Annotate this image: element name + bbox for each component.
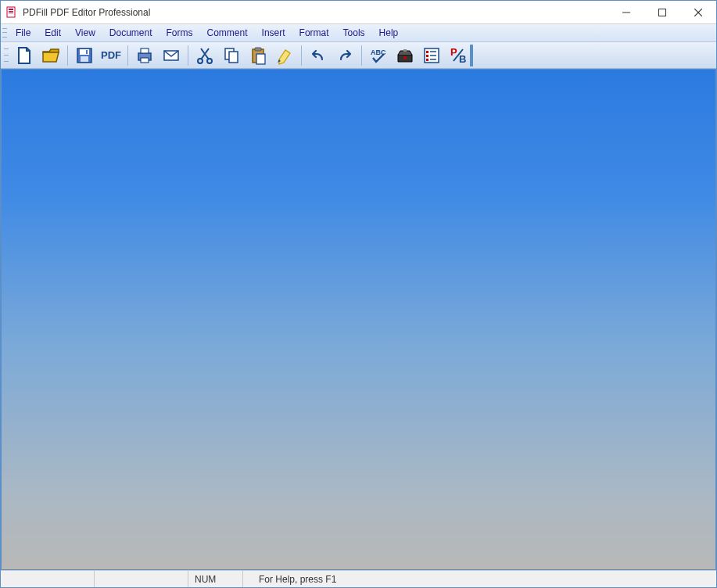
maximize-button[interactable]: [644, 1, 680, 23]
open-file-button[interactable]: [38, 44, 64, 67]
window-title: PDFill PDF Editor Professional: [23, 7, 608, 18]
svg-rect-0: [7, 7, 15, 17]
svg-text:B: B: [459, 53, 466, 65]
toolbar-separator: [127, 45, 128, 66]
new-file-button[interactable]: [11, 44, 38, 67]
window-controls: [608, 1, 716, 23]
pdf-label: PDF: [98, 49, 124, 61]
menu-forms[interactable]: Forms: [160, 26, 200, 40]
menubar-grip: [2, 27, 7, 39]
menu-help[interactable]: Help: [372, 26, 406, 40]
menubar: File Edit View Document Forms Comment In…: [1, 24, 716, 42]
svg-rect-21: [255, 48, 261, 51]
status-help: For Help, press F1: [243, 571, 716, 587]
redo-button[interactable]: [332, 44, 358, 67]
toolbar-end-grip: [470, 45, 473, 66]
status-cell-1: [1, 571, 95, 587]
email-button[interactable]: [158, 44, 185, 67]
svg-rect-9: [80, 49, 89, 55]
highlight-button[interactable]: [271, 44, 298, 67]
menu-format[interactable]: Format: [292, 26, 336, 40]
svg-rect-2: [9, 11, 13, 12]
print-button[interactable]: [131, 44, 158, 67]
app-icon: [5, 6, 18, 19]
menu-comment[interactable]: Comment: [200, 26, 255, 40]
svg-point-24: [403, 56, 407, 59]
statusbar: NUM For Help, press F1: [1, 570, 716, 587]
save-button[interactable]: [71, 44, 98, 67]
toolbar: PDF ABC PB: [1, 42, 716, 69]
svg-rect-10: [81, 56, 88, 62]
toolbar-separator: [188, 45, 188, 66]
svg-rect-11: [86, 50, 88, 54]
toolbar-grip: [4, 46, 9, 65]
status-cell-2: [95, 571, 188, 587]
menu-view[interactable]: View: [68, 26, 102, 40]
pb-toggle-button[interactable]: PB: [445, 44, 471, 67]
svg-rect-13: [141, 48, 149, 53]
menu-tools[interactable]: Tools: [336, 26, 372, 40]
svg-rect-22: [256, 54, 265, 64]
menu-file[interactable]: File: [9, 26, 38, 40]
spellcheck-button[interactable]: ABC: [365, 44, 392, 67]
save-as-pdf-button[interactable]: PDF: [98, 44, 124, 67]
svg-rect-14: [141, 58, 149, 63]
form-list-button[interactable]: [418, 44, 445, 67]
copy-button[interactable]: [218, 44, 245, 67]
svg-rect-27: [426, 51, 428, 53]
svg-point-17: [207, 59, 212, 63]
document-canvas[interactable]: [1, 69, 716, 570]
paste-button[interactable]: [245, 44, 271, 67]
minimize-button[interactable]: [608, 1, 644, 23]
titlebar: PDFill PDF Editor Professional: [1, 1, 716, 24]
status-numlock: NUM: [188, 571, 243, 587]
menu-document[interactable]: Document: [102, 26, 160, 40]
menu-edit[interactable]: Edit: [38, 26, 68, 40]
svg-rect-5: [659, 9, 666, 16]
menu-insert[interactable]: Insert: [255, 26, 292, 40]
svg-rect-28: [426, 55, 428, 57]
toolbar-separator: [361, 45, 362, 66]
svg-rect-3: [9, 13, 13, 13]
svg-rect-19: [229, 52, 238, 63]
svg-point-16: [198, 59, 203, 63]
svg-rect-1: [9, 9, 13, 10]
toolbar-separator: [301, 45, 302, 66]
svg-text:P: P: [450, 46, 457, 58]
toolbox-button[interactable]: [392, 44, 418, 67]
close-button[interactable]: [680, 1, 716, 23]
svg-rect-29: [426, 59, 428, 61]
toolbar-separator: [67, 45, 68, 66]
undo-button[interactable]: [305, 44, 332, 67]
svg-rect-25: [403, 49, 407, 52]
cut-button[interactable]: [192, 44, 218, 67]
